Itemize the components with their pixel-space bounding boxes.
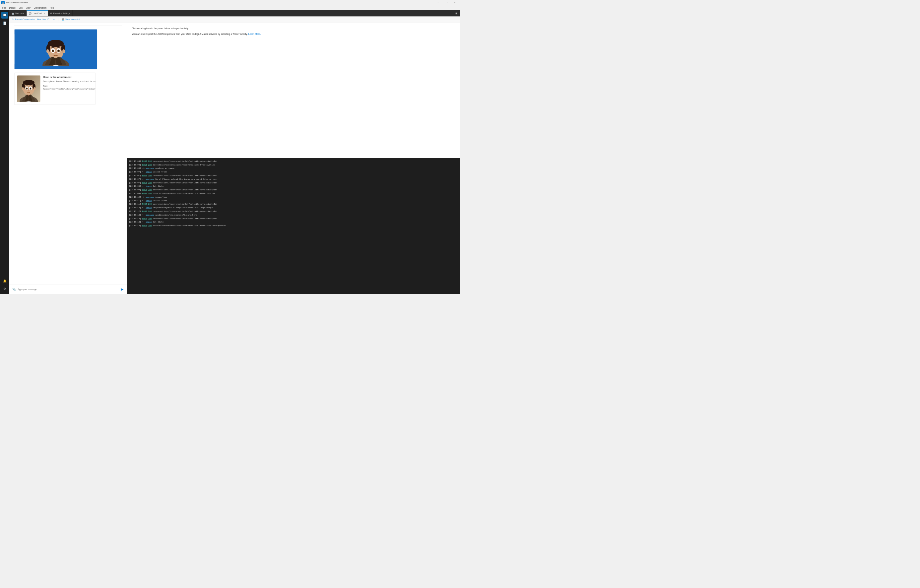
toolbar: ↻ Restart Conversation · New User ID ▾ 💾… <box>9 16 460 23</box>
log-line: [22:15:07] <- trace LuisV3 Trace <box>129 170 458 174</box>
svg-point-24 <box>23 80 34 85</box>
sidebar: 💬 📄 🔔 ⚙ <box>0 10 9 294</box>
minimize-button[interactable]: ─ <box>434 0 442 5</box>
livechat-tab-close[interactable]: ✕ <box>43 12 45 15</box>
log-line: [22:15:07] POST 200 conversations/<conve… <box>129 181 458 185</box>
log-line: [22:15:07] <- message Sure! Please uploa… <box>129 177 458 181</box>
svg-point-33 <box>28 89 29 91</box>
sidebar-item-chat[interactable]: 💬 <box>1 12 8 19</box>
restart-conversation-button[interactable]: ↻ Restart Conversation · New User ID <box>11 18 50 21</box>
svg-point-34 <box>22 87 24 90</box>
document-icon: 📄 <box>3 21 6 25</box>
hero-card-image <box>15 29 97 69</box>
tabs-bar: 🤖 Welcome 💬 Live Chat ✕ ⚙ Emulator Setti… <box>9 10 460 16</box>
settings-icon: ⚙ <box>3 287 6 290</box>
window-controls: ─ □ ✕ <box>434 0 459 5</box>
log-line: [22:15:08] <- trace Bot State <box>129 185 458 188</box>
send-icon <box>120 288 124 291</box>
log-line: [22:15:09] POST 200 conversations/<conve… <box>129 188 458 192</box>
log-line: [22:15:13] <- message application/vnd.mi… <box>129 213 458 217</box>
toolbar-separator <box>58 18 58 21</box>
tabs-right: ⊞ <box>454 10 460 16</box>
svg-point-14 <box>52 50 53 52</box>
thumbnail-figure <box>17 76 40 102</box>
maximize-button[interactable]: □ <box>443 0 450 5</box>
log-line: [22:15:04] POST 200 directline/conversat… <box>129 163 458 167</box>
chat-panel: Here is the attachment Description:- Row… <box>9 23 127 294</box>
chat-input-field[interactable] <box>18 288 118 291</box>
livechat-tab-label: Live Chat <box>32 12 42 15</box>
welcome-tab-icon: 🤖 <box>11 12 14 15</box>
svg-point-16 <box>55 52 57 53</box>
sidebar-item-settings[interactable]: ⚙ <box>1 285 8 292</box>
log-line: [22:15:09] POST 200 directline/conversat… <box>129 192 458 195</box>
dropdown-arrow: ▾ <box>53 18 55 21</box>
bell-icon: 🔔 <box>3 279 6 283</box>
log-line: [22:15:12] <- trace HttpRequest[POST =`h… <box>129 206 458 210</box>
svg-point-15 <box>58 50 59 52</box>
log-line: [22:15:10] -> message image/jpeg <box>129 195 458 199</box>
svg-marker-36 <box>121 288 124 291</box>
app-body: 💬 📄 🔔 ⚙ 🤖 Welcome 💬 Live Chat ✕ <box>0 10 460 294</box>
emulatorsettings-tab-icon: ⚙ <box>50 12 52 15</box>
menu-conversation[interactable]: Conversation <box>32 6 48 10</box>
log-line: [22:15:11] <- trace LuisV3 Trace <box>129 199 458 202</box>
sidebar-item-document[interactable]: 📄 <box>1 20 8 26</box>
sidebar-item-bell[interactable]: 🔔 <box>1 278 8 284</box>
inspector-content: Click on a log item in the panel below t… <box>127 23 460 159</box>
sidebar-bottom: 🔔 ⚙ <box>1 278 8 294</box>
welcome-tab-label: Welcome <box>15 12 24 15</box>
thumbnail-card: Here is the attachment Description:- Row… <box>14 73 96 105</box>
app-title: Bot Framework Emulator <box>6 1 434 4</box>
svg-point-17 <box>47 49 49 53</box>
thumbnail-tags: Tags:- ["person","man","necktie","clothi… <box>43 84 96 90</box>
emulatorsettings-tab-label: Emulator Settings <box>53 12 70 15</box>
svg-point-7 <box>48 40 64 47</box>
svg-point-32 <box>30 88 31 89</box>
log-panel[interactable]: [22:15:04] POST 200 conversations/<conve… <box>127 158 460 294</box>
hero-card <box>14 29 97 69</box>
restart-label: Restart Conversation · New User ID <box>15 18 49 21</box>
menu-debug[interactable]: Debug <box>7 6 17 10</box>
inspector-line1: Click on a log item in the panel below t… <box>132 26 455 30</box>
log-line: [22:15:04] POST 200 conversations/<conve… <box>129 160 458 163</box>
menu-view[interactable]: View <box>24 6 32 10</box>
thumbnail-card-inner: Here is the attachment Description:- Row… <box>15 73 96 105</box>
learn-more-link[interactable]: Learn More. <box>248 32 261 35</box>
chat-input-bar: 📎 <box>9 285 127 294</box>
send-button[interactable] <box>120 287 125 292</box>
close-button[interactable]: ✕ <box>451 0 459 5</box>
log-line: [22:15:11] POST 200 conversations/<conve… <box>129 202 458 206</box>
thumbnail-content: Here is the attachment Description:- Row… <box>43 76 96 102</box>
content-area: 🤖 Welcome 💬 Live Chat ✕ ⚙ Emulator Setti… <box>9 10 460 294</box>
inspector-line2: You can also inspect the JSON responses … <box>132 32 455 36</box>
restart-icon: ↻ <box>12 18 14 21</box>
thumbnail-title: Here is the attachment <box>43 76 96 79</box>
layout-button[interactable]: ⊞ <box>454 11 459 16</box>
hero-card-figure <box>36 33 76 66</box>
tab-welcome[interactable]: 🤖 Welcome <box>9 10 26 16</box>
menu-edit[interactable]: Edit <box>17 6 24 10</box>
svg-point-35 <box>34 87 36 90</box>
chat-messages: Here is the attachment Description:- Row… <box>9 23 127 285</box>
chat-icon: 💬 <box>3 14 6 17</box>
save-icon: 💾 <box>62 18 64 21</box>
menu-help[interactable]: Help <box>48 6 56 10</box>
menu-file[interactable]: File <box>1 6 7 10</box>
tab-livechat[interactable]: 💬 Live Chat ✕ <box>26 10 48 16</box>
log-line: [22:15:13] POST 200 directline/conversat… <box>129 224 458 227</box>
log-line: [22:15:12] POST 200 conversations/<conve… <box>129 210 458 213</box>
tab-emulatorsettings[interactable]: ⚙ Emulator Settings <box>48 10 73 16</box>
save-transcript-button[interactable]: 💾 Save transcript <box>61 18 81 21</box>
log-line: [22:15:13] POST 200 conversations/<conve… <box>129 217 458 220</box>
title-bar: 🤖 Bot Framework Emulator ─ □ ✕ <box>0 0 460 5</box>
inspector-panel: Click on a log item in the panel below t… <box>127 23 460 294</box>
attach-button[interactable]: 📎 <box>11 287 16 292</box>
restart-dropdown[interactable]: ▾ <box>53 18 55 21</box>
livechat-tab-icon: 💬 <box>29 12 31 15</box>
menu-bar: File Debug Edit View Conversation Help <box>0 5 460 10</box>
app-icon: 🤖 <box>1 1 5 4</box>
log-line: [22:15:06] -> message analyse an image <box>129 167 458 170</box>
thumbnail-image <box>17 76 40 102</box>
svg-point-31 <box>26 88 28 89</box>
